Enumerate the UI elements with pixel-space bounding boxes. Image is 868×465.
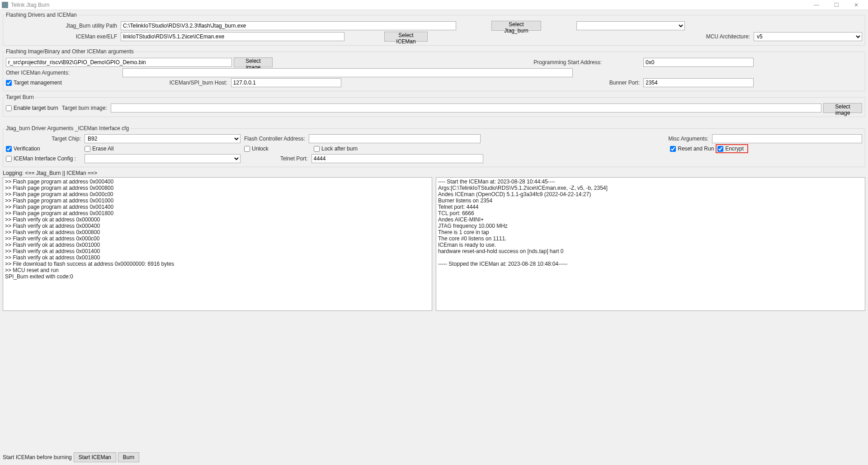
erase-all-checkbox-input[interactable]	[85, 146, 90, 152]
maximize-button[interactable]: ☐	[826, 0, 846, 10]
log-left[interactable]: >> Flash page program at address 0x00040…	[3, 177, 432, 311]
minimize-button[interactable]: —	[807, 0, 826, 10]
telnet-port-input[interactable]	[311, 154, 483, 163]
target-chip-label: Target Chip:	[6, 136, 83, 142]
jtag-extra-combo[interactable]	[576, 21, 685, 30]
footer-text: Start ICEMan before burning	[3, 454, 72, 460]
encrypt-checkbox[interactable]: Encrypt	[717, 146, 744, 152]
erase-all-label: Erase All	[92, 146, 113, 152]
reset-and-run-label: Reset and Run	[678, 146, 714, 152]
window-title: Telink Jtag Burn	[11, 2, 49, 8]
lock-after-burn-label: Lock after burn	[321, 146, 358, 152]
erase-all-checkbox[interactable]: Erase All	[85, 146, 161, 152]
start-iceman-button[interactable]: Start ICEMan	[74, 452, 116, 462]
telnet-port-label: Telnet Port:	[280, 155, 310, 162]
prog-start-addr-label: Programming Start Address:	[533, 59, 604, 66]
select-jtag-button[interactable]: Select Jtag_burn	[491, 21, 541, 31]
prog-start-addr-input[interactable]	[643, 58, 754, 67]
iceman-interface-config-label: ICEMan Interface Config :	[14, 155, 76, 162]
close-button[interactable]: ✕	[846, 0, 866, 10]
target-burn-image-label: Target burn image:	[62, 105, 109, 111]
reset-and-run-checkbox[interactable]: Reset and Run	[670, 146, 714, 152]
enable-target-burn-label: Enable target burn	[14, 105, 58, 111]
group-driver-args: Jtag_burn Driver Arguments _ICEMan Inter…	[3, 125, 865, 167]
lock-after-burn-checkbox-input[interactable]	[314, 146, 320, 152]
group-flashing-drivers: Flashing Drivers and ICEMan Jtag_Burn ut…	[3, 12, 865, 46]
group-legend: Flashing Drivers and ICEMan	[5, 12, 78, 18]
verification-checkbox[interactable]: Verification	[6, 146, 83, 152]
jtag-path-label: Jtag_Burn utility Path	[6, 23, 119, 29]
flash-controller-input[interactable]	[309, 134, 481, 143]
group-target-burn: Target Burn Enable target burn Target bu…	[3, 94, 865, 117]
target-burn-image-input[interactable]	[111, 103, 821, 113]
encrypt-highlight: Encrypt	[716, 144, 748, 153]
group-legend: Flashing Image/Binary and Other ICEMan a…	[5, 48, 135, 55]
verification-checkbox-input[interactable]	[6, 146, 12, 152]
target-chip-combo[interactable]: B92	[85, 134, 241, 143]
unlock-label: Unlock	[252, 146, 269, 152]
enable-target-burn-checkbox[interactable]: Enable target burn	[6, 105, 58, 111]
unlock-checkbox-input[interactable]	[244, 146, 250, 152]
titlebar: Telink Jtag Burn — ☐ ✕	[0, 0, 868, 10]
misc-args-input[interactable]	[712, 134, 862, 143]
group-flashing-image: Flashing Image/Binary and Other ICEMan a…	[3, 48, 865, 91]
mcu-arch-label: MCU Architecture:	[706, 33, 752, 40]
target-management-checkbox[interactable]: Target management	[6, 80, 62, 86]
verification-label: Verification	[14, 146, 40, 152]
mcu-arch-combo[interactable]: v5	[754, 32, 862, 41]
encrypt-label: Encrypt	[725, 146, 744, 152]
burn-button[interactable]: Burn	[118, 452, 139, 462]
encrypt-checkbox-input[interactable]	[717, 146, 723, 152]
app-icon	[2, 2, 8, 8]
image-path-input[interactable]	[6, 58, 232, 67]
iceman-interface-config-combo[interactable]	[85, 154, 241, 163]
jtag-path-input[interactable]	[121, 21, 456, 30]
select-target-image-button[interactable]: Select image	[823, 103, 862, 113]
iceman-host-label: ICEMan/SPI_burn Host:	[170, 80, 229, 86]
logging-header: Logging: <== Jtag_Burn || ICEMan ==>	[3, 170, 865, 176]
unlock-checkbox[interactable]: Unlock	[244, 146, 312, 152]
reset-and-run-checkbox-input[interactable]	[670, 146, 676, 152]
select-iceman-button[interactable]: Select ICEMan	[384, 32, 428, 42]
enable-target-burn-checkbox-input[interactable]	[6, 105, 12, 111]
burner-port-input[interactable]	[643, 78, 754, 87]
iceman-path-input[interactable]	[121, 32, 344, 41]
log-right[interactable]: ---- Start the ICEMan at: 2023-08-28 10:…	[436, 177, 865, 311]
target-management-checkbox-input[interactable]	[6, 80, 12, 86]
flash-controller-label: Flash Controller Address:	[244, 136, 307, 142]
iceman-interface-config-checkbox[interactable]: ICEMan Interface Config :	[6, 155, 83, 162]
target-management-label: Target management	[14, 80, 62, 86]
iceman-interface-config-checkbox-input[interactable]	[6, 156, 12, 162]
footer: Start ICEMan before burning Start ICEMan…	[0, 450, 868, 465]
iceman-path-label: ICEMan exe/ELF	[6, 33, 119, 40]
other-iceman-args-input[interactable]	[123, 68, 573, 77]
group-legend: Target Burn	[5, 94, 35, 100]
group-legend: Jtag_burn Driver Arguments _ICEMan Inter…	[5, 125, 130, 132]
burner-port-label: Bunner Port:	[609, 80, 642, 86]
misc-args-label: Misc Arguments:	[668, 136, 710, 142]
lock-after-burn-checkbox[interactable]: Lock after burn	[314, 146, 391, 152]
select-image-button[interactable]: Select image	[234, 57, 273, 67]
other-iceman-args-label: Other ICEMan Arguments:	[6, 70, 74, 76]
iceman-host-input[interactable]	[231, 78, 341, 87]
